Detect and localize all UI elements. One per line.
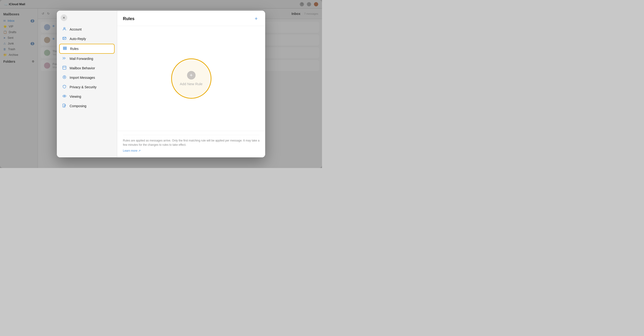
import-messages-label: Import Messages xyxy=(70,76,95,79)
nav-item-privacy-security[interactable]: Privacy & Security xyxy=(59,83,114,92)
modal-footer: Rules are applied as messages arrive. On… xyxy=(117,131,265,157)
composing-label: Composing xyxy=(70,104,86,108)
close-button[interactable]: ✕ xyxy=(60,14,67,21)
modal-header: Rules + xyxy=(117,11,265,26)
modal-nav-list: Account Auto-Reply xyxy=(57,25,117,110)
nav-item-import-messages[interactable]: Import Messages xyxy=(59,73,114,82)
svg-point-0 xyxy=(64,27,65,29)
learn-more-link[interactable]: Learn more ↗ xyxy=(123,149,141,152)
rules-label: Rules xyxy=(70,47,78,51)
viewing-icon xyxy=(62,94,67,99)
privacy-security-icon xyxy=(62,85,67,89)
add-rule-header-button[interactable]: + xyxy=(253,15,260,22)
footer-divider xyxy=(123,135,260,135)
nav-item-composing[interactable]: Composing xyxy=(59,101,114,110)
footer-description: Rules are applied as messages arrive. On… xyxy=(123,138,260,147)
nav-item-auto-reply[interactable]: Auto-Reply xyxy=(59,34,114,43)
privacy-security-label: Privacy & Security xyxy=(70,85,96,89)
svg-rect-4 xyxy=(63,49,66,50)
composing-icon xyxy=(62,104,67,108)
nav-item-viewing[interactable]: Viewing xyxy=(59,92,114,101)
account-label: Account xyxy=(70,27,82,31)
svg-rect-5 xyxy=(63,66,66,69)
nav-item-mail-forwarding[interactable]: Mail Forwarding xyxy=(59,54,114,63)
modal-overlay: ✕ Account xyxy=(0,0,322,168)
mailbox-behavior-label: Mailbox Behavior xyxy=(70,66,95,70)
rules-icon xyxy=(62,46,67,51)
add-rule-label: Add New Rule xyxy=(180,82,203,86)
modal-sidebar: ✕ Account xyxy=(57,11,117,157)
mail-forwarding-icon xyxy=(62,56,67,61)
mail-forwarding-label: Mail Forwarding xyxy=(70,57,93,60)
account-icon xyxy=(62,27,67,32)
svg-point-8 xyxy=(64,96,65,96)
nav-item-rules[interactable]: Rules xyxy=(59,44,114,54)
auto-reply-icon xyxy=(62,36,67,41)
add-rule-plus-icon: + xyxy=(187,71,196,79)
modal-body: + Add New Rule xyxy=(117,26,265,131)
svg-rect-9 xyxy=(63,104,65,107)
settings-modal: ✕ Account xyxy=(57,11,265,157)
import-messages-icon xyxy=(62,75,67,80)
svg-rect-3 xyxy=(63,48,66,49)
modal-main-content: Rules + + Add New Rule Rules are applied… xyxy=(117,11,265,157)
nav-item-account[interactable]: Account xyxy=(59,25,114,34)
svg-rect-2 xyxy=(63,47,66,47)
nav-item-mailbox-behavior[interactable]: Mailbox Behavior xyxy=(59,64,114,73)
add-new-rule-button[interactable]: + Add New Rule xyxy=(171,58,212,99)
modal-title: Rules xyxy=(123,16,134,21)
mailbox-behavior-icon xyxy=(62,66,67,70)
auto-reply-label: Auto-Reply xyxy=(70,37,86,41)
viewing-label: Viewing xyxy=(70,95,81,98)
svg-point-7 xyxy=(63,95,66,97)
